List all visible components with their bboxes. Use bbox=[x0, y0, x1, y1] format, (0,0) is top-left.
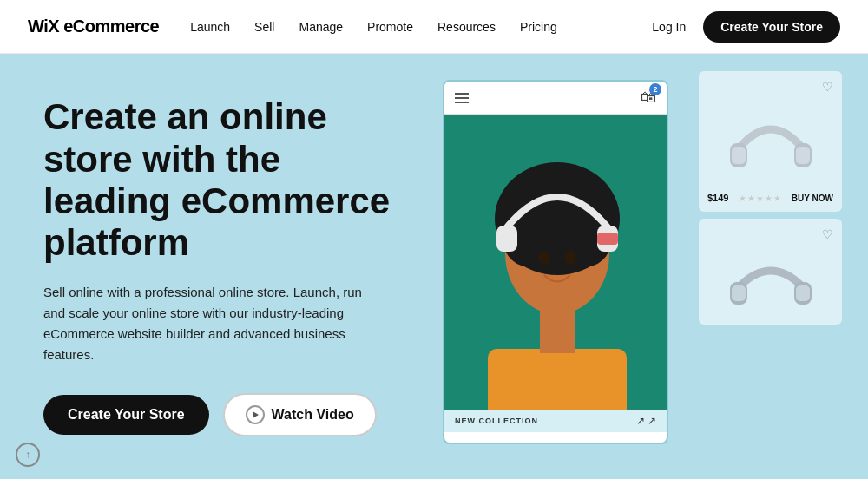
hamburger-icon[interactable] bbox=[455, 93, 469, 103]
scroll-indicator[interactable]: ↑ bbox=[16, 443, 40, 467]
product-image-2 bbox=[707, 246, 833, 316]
svg-rect-5 bbox=[496, 226, 517, 252]
nav-link-pricing[interactable]: Pricing bbox=[520, 20, 557, 34]
nav-link-manage[interactable]: Manage bbox=[299, 20, 343, 34]
phone-bottom-bar: NEW COLLECTION ↗ ↗ bbox=[444, 410, 667, 432]
svg-rect-7 bbox=[597, 233, 618, 245]
svg-rect-8 bbox=[488, 349, 627, 410]
play-icon bbox=[246, 405, 265, 424]
nav-cta-button[interactable]: Create Your Store bbox=[703, 11, 840, 43]
logo-wix: WiX bbox=[28, 16, 59, 36]
nav-right: Log In Create Your Store bbox=[652, 11, 840, 43]
cart-badge: 2 bbox=[649, 83, 661, 95]
login-button[interactable]: Log In bbox=[652, 20, 686, 34]
product-image-1 bbox=[707, 99, 833, 186]
product-1-stars: ★★★★★ bbox=[739, 194, 782, 203]
svg-rect-19 bbox=[796, 285, 810, 301]
watch-video-button[interactable]: Watch Video bbox=[223, 393, 377, 436]
nav-link-resources[interactable]: Resources bbox=[437, 20, 496, 34]
phone-frame: 🛍 2 bbox=[443, 80, 668, 444]
navigation-arrows[interactable]: ↗ ↗ bbox=[636, 415, 656, 427]
svg-rect-15 bbox=[796, 147, 810, 164]
nav-link-promote[interactable]: Promote bbox=[367, 20, 413, 34]
hero-mockup: 🛍 2 bbox=[443, 71, 842, 462]
hero-cta-button[interactable]: Create Your Store bbox=[43, 395, 209, 435]
svg-rect-14 bbox=[732, 147, 746, 164]
product-card-2: ♡ bbox=[699, 219, 842, 325]
phone-top-bar: 🛍 2 bbox=[444, 82, 667, 115]
hero-section: Create an online store with the leading … bbox=[0, 54, 868, 479]
buy-now-button-1[interactable]: BUY NOW bbox=[792, 194, 833, 203]
person-svg bbox=[444, 115, 667, 410]
headphone-image-2 bbox=[723, 249, 819, 314]
logo-ecommerce: eCommerce bbox=[59, 16, 159, 36]
hero-title: Create an online store with the leading … bbox=[43, 96, 408, 264]
hero-buttons: Create Your Store Watch Video bbox=[43, 393, 408, 436]
nav-link-sell[interactable]: Sell bbox=[254, 20, 274, 34]
svg-point-11 bbox=[564, 251, 576, 265]
product-card-1: ♡ $149 ★★★★★ BUY NOW bbox=[699, 71, 842, 212]
svg-point-10 bbox=[538, 251, 550, 265]
new-collection-label: NEW COLLECTION bbox=[455, 417, 538, 425]
product-1-price: $149 bbox=[707, 193, 728, 203]
scroll-up-icon: ↑ bbox=[25, 449, 30, 461]
cart-icon-wrap[interactable]: 🛍 2 bbox=[641, 89, 656, 107]
svg-rect-18 bbox=[732, 285, 746, 301]
headphone-image-1 bbox=[723, 103, 819, 181]
product-cards: ♡ $149 ★★★★★ BUY NOW bbox=[699, 71, 842, 325]
nav-links: Launch Sell Manage Promote Resources Pri… bbox=[190, 20, 652, 34]
wishlist-icon-2[interactable]: ♡ bbox=[822, 227, 833, 241]
svg-rect-9 bbox=[540, 305, 575, 353]
hero-content: Create an online store with the leading … bbox=[43, 96, 408, 436]
logo[interactable]: WiX eCommerce bbox=[28, 16, 159, 36]
product-hero-image bbox=[444, 115, 667, 410]
navbar: WiX eCommerce Launch Sell Manage Promote… bbox=[0, 0, 868, 54]
watch-video-label: Watch Video bbox=[272, 407, 354, 423]
wishlist-icon-1[interactable]: ♡ bbox=[822, 80, 833, 94]
product-card-1-bottom: $149 ★★★★★ BUY NOW bbox=[707, 193, 833, 203]
hero-subtitle: Sell online with a professional online s… bbox=[43, 282, 373, 365]
nav-link-launch[interactable]: Launch bbox=[190, 20, 230, 34]
